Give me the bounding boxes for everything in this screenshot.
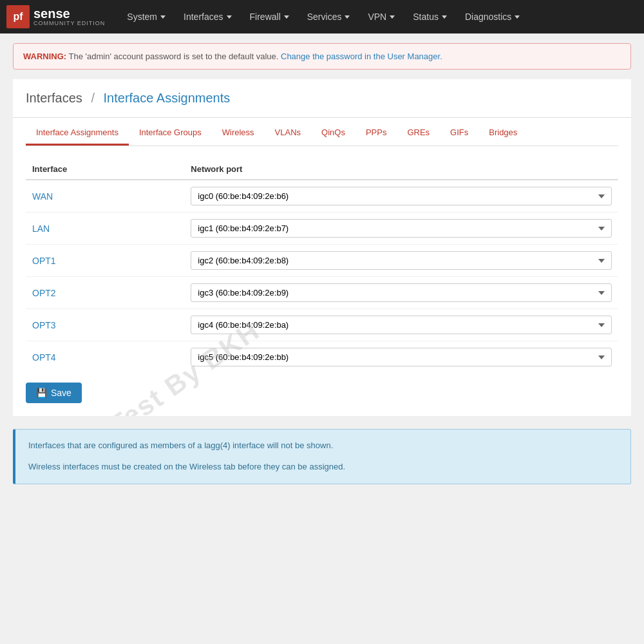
breadcrumb-separator: / [91, 91, 95, 105]
breadcrumb-parent: Interfaces [26, 91, 82, 105]
breadcrumb-current: Interface Assignments [104, 91, 231, 105]
network-port-select[interactable]: igc0 (60:be:b4:09:2e:b6)igc1 (60:be:b4:0… [191, 316, 612, 334]
main-content: Test By BKH Interface AssignmentsInterfa… [13, 118, 631, 416]
caret-icon [442, 15, 447, 19]
nav-item-system[interactable]: System [118, 0, 175, 33]
nav-item-interfaces[interactable]: Interfaces [175, 0, 240, 33]
tab-vlans[interactable]: VLANs [265, 121, 311, 146]
network-port-select[interactable]: igc0 (60:be:b4:09:2e:b6)igc1 (60:be:b4:0… [191, 251, 612, 270]
info-message: Interfaces that are configured as member… [28, 439, 618, 453]
tab-bridges[interactable]: Bridges [478, 121, 527, 146]
iface-name-cell: OPT2 [26, 277, 184, 309]
iface-port-cell: igc0 (60:be:b4:09:2e:b6)igc1 (60:be:b4:0… [184, 309, 618, 341]
iface-name-cell: OPT3 [26, 309, 184, 341]
brand-text: sense COMMUNITY EDITION [33, 7, 105, 26]
nav-link-system[interactable]: System [118, 0, 175, 33]
network-port-select[interactable]: igc0 (60:be:b4:09:2e:b6)igc1 (60:be:b4:0… [191, 219, 612, 238]
logo-pf: pf [13, 11, 23, 23]
nav-item-vpn[interactable]: VPN [359, 0, 404, 33]
warning-banner: WARNING: The 'admin' account password is… [13, 43, 631, 70]
nav-link-firewall[interactable]: Firewall [241, 0, 298, 33]
iface-name-cell: WAN [26, 180, 184, 213]
nav-item-diagnostics[interactable]: Diagnostics [456, 0, 529, 33]
iface-link[interactable]: WAN [32, 191, 53, 202]
iface-port-cell: igc0 (60:be:b4:09:2e:b6)igc1 (60:be:b4:0… [184, 277, 618, 309]
tab-bar: Interface AssignmentsInterface GroupsWir… [26, 118, 618, 146]
table-row: OPT4igc0 (60:be:b4:09:2e:b6)igc1 (60:be:… [26, 341, 618, 374]
table-row: WANigc0 (60:be:b4:09:2e:b6)igc1 (60:be:b… [26, 180, 618, 213]
tab-interface-assignments[interactable]: Interface Assignments [26, 121, 129, 146]
breadcrumb: Interfaces / Interface Assignments [26, 91, 618, 106]
caret-icon [390, 15, 395, 19]
network-port-select[interactable]: igc0 (60:be:b4:09:2e:b6)igc1 (60:be:b4:0… [191, 187, 612, 205]
network-port-select[interactable]: igc0 (60:be:b4:09:2e:b6)igc1 (60:be:b4:0… [191, 348, 612, 366]
interface-table: Interface Network port WANigc0 (60:be:b4… [26, 159, 618, 373]
iface-link[interactable]: OPT4 [32, 352, 56, 363]
iface-link[interactable]: LAN [32, 223, 50, 234]
brand-main: sense [33, 7, 105, 20]
iface-port-cell: igc0 (60:be:b4:09:2e:b6)igc1 (60:be:b4:0… [184, 180, 618, 213]
col-interface: Interface [26, 159, 184, 180]
save-label: Save [51, 388, 71, 398]
save-button[interactable]: 💾 Save [26, 383, 82, 403]
save-icon: 💾 [36, 388, 47, 398]
logo-box: pf [6, 5, 30, 28]
page-header: Interfaces / Interface Assignments [13, 79, 631, 118]
iface-link[interactable]: OPT2 [32, 288, 56, 298]
nav-link-vpn[interactable]: VPN [359, 0, 404, 33]
caret-icon [515, 15, 520, 19]
table-row: OPT3igc0 (60:be:b4:09:2e:b6)igc1 (60:be:… [26, 309, 618, 341]
tab-gifs[interactable]: GIFs [440, 121, 478, 146]
iface-port-cell: igc0 (60:be:b4:09:2e:b6)igc1 (60:be:b4:0… [184, 245, 618, 277]
warning-label: WARNING: [23, 52, 66, 61]
warning-link[interactable]: Change the password in the User Manager. [281, 52, 442, 61]
nav-link-interfaces[interactable]: Interfaces [175, 0, 240, 33]
iface-name-cell: OPT4 [26, 341, 184, 374]
iface-name-cell: LAN [26, 213, 184, 245]
table-row: LANigc0 (60:be:b4:09:2e:b6)igc1 (60:be:b… [26, 213, 618, 245]
info-box: Interfaces that are configured as member… [13, 429, 631, 484]
nav-link-services[interactable]: Services [298, 0, 359, 33]
tab-gres[interactable]: GREs [397, 121, 440, 146]
tab-qinqs[interactable]: QinQs [311, 121, 355, 146]
warning-message: The 'admin' account password is set to t… [69, 52, 281, 61]
navbar: pf sense COMMUNITY EDITION SystemInterfa… [0, 0, 644, 33]
iface-port-cell: igc0 (60:be:b4:09:2e:b6)igc1 (60:be:b4:0… [184, 341, 618, 374]
nav-link-status[interactable]: Status [404, 0, 456, 33]
tab-wireless[interactable]: Wireless [212, 121, 265, 146]
brand-sub: COMMUNITY EDITION [33, 20, 105, 26]
table-row: OPT2igc0 (60:be:b4:09:2e:b6)igc1 (60:be:… [26, 277, 618, 309]
caret-icon [160, 15, 166, 19]
iface-name-cell: OPT1 [26, 245, 184, 277]
tab-interface-groups[interactable]: Interface Groups [129, 121, 212, 146]
tab-ppps[interactable]: PPPs [355, 121, 397, 146]
caret-icon [227, 15, 232, 19]
nav-link-diagnostics[interactable]: Diagnostics [456, 0, 529, 33]
iface-link[interactable]: OPT3 [32, 320, 56, 330]
nav-menu: SystemInterfacesFirewallServicesVPNStatu… [118, 0, 529, 33]
nav-item-status[interactable]: Status [404, 0, 456, 33]
col-network-port: Network port [184, 159, 618, 180]
brand-logo: pf sense COMMUNITY EDITION [6, 5, 105, 28]
nav-item-services[interactable]: Services [298, 0, 359, 33]
info-message: Wireless interfaces must be created on t… [28, 460, 618, 474]
caret-icon [345, 15, 350, 19]
table-row: OPT1igc0 (60:be:b4:09:2e:b6)igc1 (60:be:… [26, 245, 618, 277]
iface-port-cell: igc0 (60:be:b4:09:2e:b6)igc1 (60:be:b4:0… [184, 213, 618, 245]
network-port-select[interactable]: igc0 (60:be:b4:09:2e:b6)igc1 (60:be:b4:0… [191, 283, 612, 302]
caret-icon [284, 15, 289, 19]
nav-item-firewall[interactable]: Firewall [241, 0, 298, 33]
iface-link[interactable]: OPT1 [32, 256, 56, 266]
